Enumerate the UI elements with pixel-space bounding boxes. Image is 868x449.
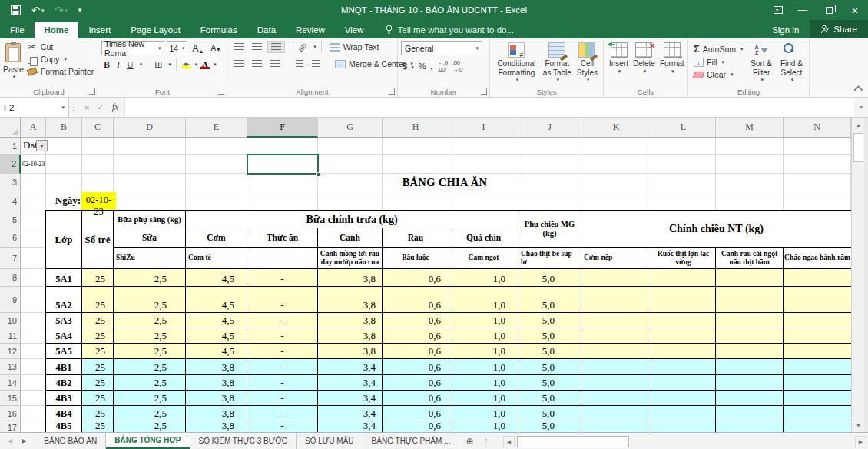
align-right-button[interactable] — [267, 58, 283, 69]
scroll-right-arrow[interactable]: ▶ — [855, 436, 866, 447]
new-sheet-button[interactable]: ⊕ — [459, 433, 479, 449]
cell-B12[interactable]: 5A5 — [46, 344, 82, 359]
cell-F8[interactable]: - — [247, 269, 318, 287]
scroll-down-arrow[interactable]: ▼ — [853, 419, 864, 431]
cell-H8[interactable]: 0,6 — [383, 269, 449, 287]
cell-L10[interactable] — [651, 313, 716, 328]
cell-A9[interactable] — [21, 287, 46, 313]
cell-B8[interactable]: 5A1 — [46, 269, 82, 287]
cell-I10[interactable]: 1,0 — [449, 313, 518, 328]
cell-A8[interactable] — [21, 269, 46, 287]
share-button[interactable]: Share — [810, 20, 868, 38]
cell-F16[interactable]: - — [247, 406, 318, 421]
cell-E8[interactable]: 4,5 — [186, 269, 247, 287]
sort-filter-button[interactable]: AZ Sort & Filter▾ — [747, 41, 776, 86]
ribbon-tab-file[interactable]: File — [0, 22, 35, 38]
cell-E9[interactable]: 4,5 — [186, 287, 247, 313]
row-header-9[interactable]: 9 — [0, 287, 21, 313]
cell-A11[interactable] — [21, 328, 46, 344]
horizontal-scroll-thumb[interactable] — [517, 436, 629, 447]
cell-M4[interactable] — [716, 191, 784, 211]
column-header-H[interactable]: H — [383, 118, 449, 138]
cell-I12[interactable]: 1,0 — [449, 344, 518, 359]
cell-A3[interactable] — [21, 174, 46, 191]
cell-D10[interactable]: 2,5 — [114, 313, 186, 328]
cell-N10[interactable] — [784, 313, 851, 328]
bold-button[interactable]: B — [101, 59, 112, 71]
percent-style-button[interactable]: % — [419, 62, 426, 71]
cell-A12[interactable] — [21, 344, 46, 359]
cell-E15[interactable]: 3,8 — [186, 391, 247, 406]
selected-cell-F2[interactable] — [247, 154, 319, 175]
horizontal-scrollbar[interactable]: ◀ ▶ — [502, 434, 868, 449]
cell-L14[interactable] — [651, 375, 716, 391]
cell-D2[interactable] — [114, 155, 186, 174]
fill-button[interactable]: ↓Fill▾ — [691, 57, 746, 68]
format-painter-button[interactable]: Format Painter — [24, 65, 96, 78]
table-header-so_tre[interactable]: Số trẻ — [82, 211, 114, 269]
table-header-dish_qua_chin[interactable]: Cam ngọt — [449, 248, 518, 269]
column-header-F[interactable]: F — [247, 118, 318, 138]
cell-H10[interactable]: 0,6 — [383, 313, 449, 328]
cell-J15[interactable]: 5,0 — [518, 391, 581, 406]
row-header-5[interactable]: 5 — [0, 211, 21, 228]
cell-L1[interactable] — [651, 138, 716, 155]
table-header-dish_canh_nt[interactable]: Canh rau cải ngọt nấu thịt băm — [716, 248, 784, 269]
cell-I1[interactable] — [449, 138, 518, 155]
cell-L11[interactable] — [651, 328, 716, 344]
cell-A6[interactable] — [21, 228, 46, 248]
cell-N4[interactable] — [784, 191, 851, 211]
cell-K11[interactable] — [581, 328, 651, 344]
cell-I4[interactable] — [449, 191, 518, 211]
cell-N9[interactable] — [784, 287, 851, 313]
cell-F13[interactable]: - — [247, 359, 318, 375]
fill-color-button[interactable]: ◂▸ — [181, 61, 191, 68]
cell-N15[interactable] — [784, 391, 851, 406]
column-header-N[interactable]: N — [784, 118, 851, 138]
cell-C14[interactable]: 25 — [82, 375, 114, 391]
italic-button[interactable]: I — [114, 59, 122, 71]
cell-G12[interactable]: 3,8 — [318, 344, 383, 359]
cell-F1[interactable] — [247, 138, 318, 155]
cell-M3[interactable] — [716, 174, 784, 191]
column-header-M[interactable]: M — [716, 118, 784, 138]
previous-sheet-button[interactable]: ◀ — [8, 437, 12, 444]
autofilter-dropdown[interactable]: ▼ — [36, 140, 48, 151]
cell-A13[interactable] — [21, 359, 46, 375]
table-header-qua_chin[interactable]: Quả chín — [449, 228, 518, 248]
cell-I9[interactable]: 1,0 — [449, 287, 518, 313]
cell-M11[interactable] — [716, 328, 784, 344]
cell-I13[interactable]: 1,0 — [449, 359, 518, 375]
cell-M10[interactable] — [716, 313, 784, 328]
cell-B9[interactable]: 5A2 — [46, 287, 82, 313]
accounting-format-button[interactable]: $ ▾ — [403, 62, 414, 71]
table-header-dish_phu_chieu[interactable]: Cháo thịt bè súp lơ — [518, 248, 581, 269]
cell-J9[interactable]: 5,0 — [518, 287, 581, 313]
table-header-phu_chieu_mg[interactable]: Phụ chiều MG (kg) — [518, 211, 581, 248]
cell-E16[interactable]: 3,8 — [186, 406, 247, 421]
cell-M14[interactable] — [716, 375, 784, 391]
cell-H15[interactable]: 0,6 — [383, 391, 449, 406]
column-header-E[interactable]: E — [186, 118, 247, 138]
paste-dropdown-arrow[interactable]: ▾ — [13, 74, 16, 80]
cell-H4[interactable] — [383, 191, 449, 211]
increase-font-button[interactable]: A▲ — [190, 43, 206, 54]
cell-C17[interactable]: 25 — [82, 421, 114, 432]
ribbon-tab-review[interactable]: Review — [286, 22, 335, 38]
cell-B13[interactable]: 4B1 — [46, 359, 82, 375]
cell-M12[interactable] — [716, 344, 784, 359]
cell-I16[interactable]: 1,0 — [449, 406, 518, 421]
font-dialog-launcher[interactable] — [218, 88, 224, 95]
cell-N14[interactable] — [784, 375, 851, 391]
align-left-button[interactable] — [230, 58, 247, 69]
cell-J16[interactable]: 5,0 — [518, 406, 581, 421]
cell-I11[interactable]: 1,0 — [449, 328, 518, 344]
table-header-dish_com_nep[interactable]: Cơm nếp — [581, 248, 651, 269]
selection-fill-handle[interactable] — [316, 172, 321, 177]
row-header-4[interactable]: 4 — [0, 191, 21, 211]
cell-C12[interactable]: 25 — [82, 344, 114, 359]
cell-H2[interactable] — [383, 155, 449, 174]
table-header-rau[interactable]: Rau — [383, 228, 449, 248]
row-header-17[interactable]: 17 — [0, 421, 21, 432]
cell-K15[interactable] — [581, 391, 651, 406]
